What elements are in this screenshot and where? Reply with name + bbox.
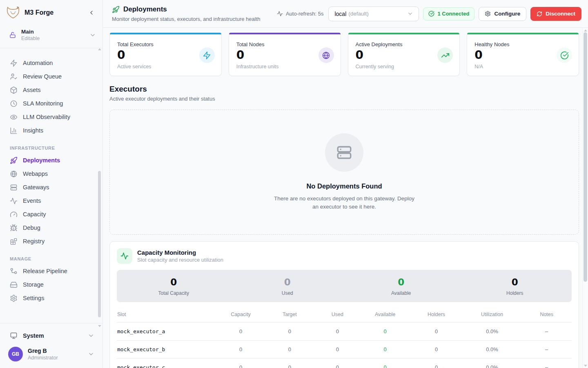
scroll-down-arrow[interactable] [98,325,101,327]
sidebar-item-label: Release Pipeline [23,268,67,274]
check-circle-icon [428,11,434,17]
empty-state: No Deployments Found There are no execut… [109,110,579,235]
scroll-down-arrow[interactable] [584,365,587,367]
cell-slot: mock_executor_b [117,341,217,359]
workspace-switcher[interactable]: Main Editable [0,25,102,48]
sidebar-item-review-queue[interactable]: Review Queue [0,70,102,83]
page-header-actions: Auto-refresh: 5s local (default) 1 Conne… [277,7,581,21]
gateway-select-suffix: (default) [348,11,407,17]
user-menu[interactable]: GB Greg B Administrator [0,343,102,363]
sidebar-item-label: Assets [23,87,41,93]
page-header-left: Deployments Monitor deployment status, e… [112,5,260,22]
user-labels: Greg B Administrator [28,347,88,361]
column-header-holders: Holders [410,306,463,323]
sidebar-item-storage[interactable]: Storage [0,278,102,292]
cell-slot: mock_executor_a [117,323,217,341]
monitor-icon [10,332,18,339]
stat-label: Active Deployments [356,41,452,47]
chevron-down-icon [89,32,96,38]
bar-chart-icon [10,127,18,135]
sidebar-item-registry[interactable]: Registry [0,235,102,248]
chevron-down-icon [88,351,94,357]
scroll-up-arrow[interactable] [98,48,101,50]
column-header-used: Used [315,306,360,323]
sidebar-scrollbar[interactable] [98,48,101,327]
user-check-icon [10,73,18,81]
scrollbar-thumb[interactable] [98,171,101,317]
column-header-utilization: Utilization [463,306,522,323]
sidebar-item-system[interactable]: System [0,328,102,343]
capacity-stat-used: 0 Used [231,277,345,296]
empty-state-title: No Deployments Found [306,182,382,190]
server-icon [325,133,363,172]
cell-utilization: 0.0% [463,341,522,359]
sidebar-item-settings[interactable]: Settings [0,292,102,305]
sidebar-item-llm-observability[interactable]: LLM Observability [0,110,102,124]
disconnect-button[interactable]: Disconnect [530,7,581,21]
cell-capacity: 0 [217,323,265,341]
capacity-stat-total: 0 Total Capacity [117,277,231,296]
sidebar-item-insights[interactable]: Insights [0,124,102,137]
column-header-available: Available [360,306,410,323]
workspace-labels: Main Editable [21,29,89,42]
activity-icon [277,11,283,17]
eye-icon [10,113,18,121]
cell-utilization: 0.0% [463,323,522,341]
sidebar-item-gateways[interactable]: Gateways [0,181,102,194]
lightning-icon [199,47,215,63]
auto-refresh-label: Auto-refresh: 5s [286,11,324,17]
capacity-title: Capacity Monitoring [137,249,223,256]
scroll-up-arrow[interactable] [584,29,587,31]
main-scrollbar[interactable] [582,28,588,368]
stat-card-healthy-nodes: Healthy Nodes 0 N/A [467,33,579,76]
gauge-icon [10,211,18,218]
sidebar-item-label: SLA Monitoring [23,100,63,107]
user-name: Greg B [28,347,88,355]
sidebar-item-automation[interactable]: Automation [0,56,102,70]
capacity-subtitle: Slot capacity and resource utilization [137,257,223,263]
gateway-select[interactable]: local (default) [328,7,419,21]
cell-available: 0 [360,359,410,368]
fox-logo-icon: 3 [6,6,20,20]
sidebar-item-debug[interactable]: Debug [0,221,102,235]
sidebar-section-manage: MANAGE [0,248,102,265]
refresh-icon [537,11,542,17]
pipeline-icon [10,267,18,275]
sidebar-item-sla-monitoring[interactable]: SLA Monitoring [0,97,102,110]
cell-target: 0 [265,341,315,359]
stat-sub: N/A [474,64,571,70]
configure-button-label: Configure [494,11,520,17]
configure-button[interactable]: Configure [479,7,526,21]
sidebar-item-events[interactable]: Events [0,194,102,208]
sidebar-item-deployments[interactable]: Deployments [0,154,102,167]
connected-status-badge: 1 Connected [423,7,474,20]
sidebar-item-capacity[interactable]: Capacity [0,208,102,221]
sidebar-item-label: Events [23,197,41,204]
empty-state-text: There are no executors deployed on this … [274,195,415,211]
stat-sub: Active services [117,64,214,70]
sidebar-item-label: Insights [23,127,43,134]
clock-icon [10,100,18,108]
sidebar-collapse-button[interactable] [87,8,96,17]
svg-text:3: 3 [17,6,18,9]
disconnect-button-label: Disconnect [546,11,575,17]
capacity-stat-holders: 0 Holders [458,277,572,296]
sidebar-item-label: Webapps [23,171,48,177]
scrollbar-thumb[interactable] [584,32,587,282]
sidebar-item-label: Capacity [23,211,46,218]
table-row: mock_executor_a000000.0%– [117,323,572,341]
sidebar-item-webapps[interactable]: Webapps [0,167,102,181]
stat-value: 0 [458,277,572,287]
rocket-icon [112,6,120,13]
sidebar-item-assets[interactable]: Assets [0,83,102,97]
sidebar-item-release-pipeline[interactable]: Release Pipeline [0,265,102,278]
globe-icon [10,170,18,178]
app-root: 3 M3 Forge Main Editable AutomationRevie… [0,0,588,368]
stat-label: Healthy Nodes [474,41,571,47]
globe-icon [318,47,334,63]
cell-utilization: 0.0% [463,359,522,368]
cell-target: 0 [265,323,315,341]
table-header-row: SlotCapacityTargetUsedAvailableHoldersUt… [117,306,572,323]
cell-slot: mock_executor_c [117,359,217,368]
cell-capacity: 0 [217,359,265,368]
